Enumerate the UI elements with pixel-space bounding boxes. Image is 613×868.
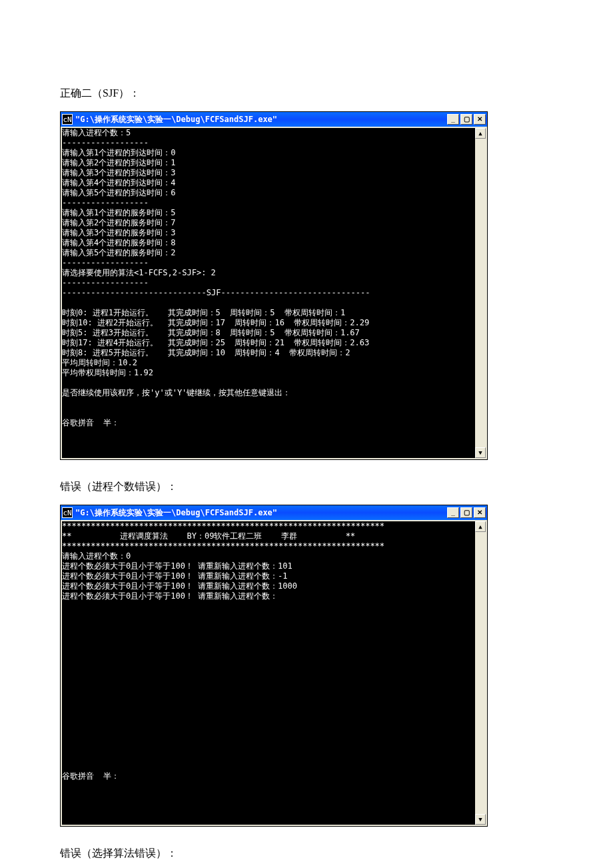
scroll-track[interactable] xyxy=(475,139,486,447)
console-output: 请输入进程个数：5 ------------------ 请输入第1个进程的到达… xyxy=(62,128,475,458)
cmd-icon: cN xyxy=(62,114,73,125)
window-title: "G:\操作系统实验\实验一\Debug\FCFSandSJF.exe" xyxy=(75,114,447,125)
window-buttons: _ ▢ ✕ xyxy=(447,507,486,518)
scroll-up-icon[interactable]: ▲ xyxy=(475,521,486,532)
maximize-button[interactable]: ▢ xyxy=(460,507,472,518)
scroll-down-icon[interactable]: ▼ xyxy=(475,814,486,825)
close-button[interactable]: ✕ xyxy=(474,507,486,518)
scrollbar[interactable]: ▲ ▼ xyxy=(475,521,486,825)
caption-sjf: 正确二（SJF）： xyxy=(60,87,553,101)
titlebar: cN "G:\操作系统实验\实验一\Debug\FCFSandSJF.exe" … xyxy=(61,112,487,127)
scroll-track[interactable] xyxy=(475,532,486,814)
scroll-up-icon[interactable]: ▲ xyxy=(475,128,486,139)
window-title: "G:\操作系统实验\实验一\Debug\FCFSandSJF.exe" xyxy=(75,507,447,519)
console-window-1: cN "G:\操作系统实验\实验一\Debug\FCFSandSJF.exe" … xyxy=(60,111,488,460)
scroll-down-icon[interactable]: ▼ xyxy=(475,447,486,458)
close-button[interactable]: ✕ xyxy=(474,114,486,125)
console-output: ****************************************… xyxy=(62,521,475,825)
minimize-button[interactable]: _ xyxy=(447,114,459,125)
maximize-button[interactable]: ▢ xyxy=(460,114,472,125)
caption-error-algo: 错误（选择算法错误）： xyxy=(60,847,553,861)
scrollbar[interactable]: ▲ ▼ xyxy=(475,128,486,458)
console-window-2: cN "G:\操作系统实验\实验一\Debug\FCFSandSJF.exe" … xyxy=(60,505,488,827)
minimize-button[interactable]: _ xyxy=(447,507,459,518)
caption-error-count: 错误（进程个数错误）： xyxy=(60,480,553,494)
window-buttons: _ ▢ ✕ xyxy=(447,114,486,125)
cmd-icon: cN xyxy=(62,507,73,518)
titlebar: cN "G:\操作系统实验\实验一\Debug\FCFSandSJF.exe" … xyxy=(61,505,487,520)
